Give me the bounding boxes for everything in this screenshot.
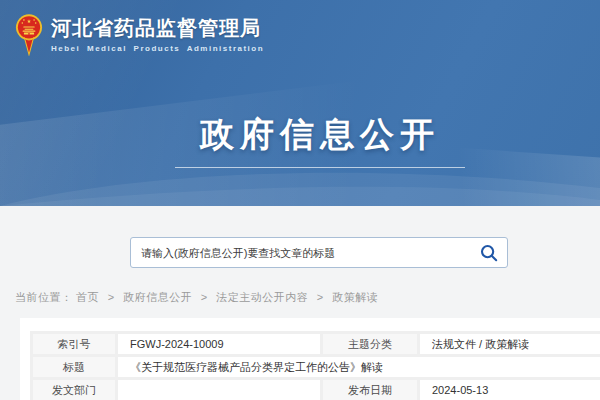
site-logo[interactable]: 河北省药品监督管理局 Hebei Medical Products Admini…	[15, 14, 264, 56]
table-row-index: 索引号 FGWJ-2024-10009 主题分类 法规文件 / 政策解读	[32, 333, 600, 356]
field-value-title: 《关于规范医疗器械产品分类界定工作的公告》解读	[117, 356, 600, 379]
field-value-publish-date: 2024-05-13	[419, 379, 600, 400]
table-row-department: 发文部门 发布日期 2024-05-13	[32, 379, 600, 400]
site-subtitle: Hebei Medical Products Administration	[51, 44, 264, 53]
article-detail-card: 索引号 FGWJ-2024-10009 主题分类 法规文件 / 政策解读 标题 …	[20, 318, 600, 400]
breadcrumb-separator: >	[201, 291, 208, 303]
site-header: 河北省药品监督管理局 Hebei Medical Products Admini…	[0, 0, 600, 206]
detail-table: 索引号 FGWJ-2024-10009 主题分类 法规文件 / 政策解读 标题 …	[30, 331, 600, 400]
field-value-topic-category: 法规文件 / 政策解读	[419, 333, 600, 356]
banner: 政府信息公开	[0, 114, 600, 168]
search-button[interactable]	[471, 238, 507, 267]
search-icon	[479, 243, 499, 263]
table-row-title: 标题 《关于规范医疗器械产品分类界定工作的公告》解读	[32, 356, 600, 379]
breadcrumb-label: 当前位置：	[15, 291, 73, 303]
breadcrumb-separator: >	[317, 291, 324, 303]
search-input[interactable]	[131, 238, 471, 267]
field-label-index-number: 索引号	[32, 333, 117, 356]
field-label-issuing-department: 发文部门	[32, 379, 117, 400]
banner-divider	[175, 167, 465, 168]
breadcrumb-item-gov-info[interactable]: 政府信息公开	[123, 291, 192, 303]
site-title: 河北省药品监督管理局	[51, 17, 264, 40]
page: 河北省药品监督管理局 Hebei Medical Products Admini…	[0, 0, 600, 400]
breadcrumb-item-policy-interpretation[interactable]: 政策解读	[332, 291, 378, 303]
field-label-publish-date: 发布日期	[322, 379, 419, 400]
field-label-title: 标题	[32, 356, 117, 379]
banner-title: 政府信息公开	[0, 114, 600, 154]
search-box	[130, 237, 508, 268]
site-logo-text: 河北省药品监督管理局 Hebei Medical Products Admini…	[51, 17, 264, 53]
breadcrumb: 当前位置： 首页 > 政府信息公开 > 法定主动公开内容 > 政策解读	[15, 290, 378, 305]
field-label-topic-category: 主题分类	[322, 333, 419, 356]
field-value-index-number: FGWJ-2024-10009	[117, 333, 322, 356]
china-national-emblem-icon	[15, 14, 43, 56]
breadcrumb-item-statutory-disclosure[interactable]: 法定主动公开内容	[216, 291, 308, 303]
field-value-issuing-department	[117, 379, 322, 400]
breadcrumb-separator: >	[108, 291, 115, 303]
breadcrumb-item-home[interactable]: 首页	[76, 291, 99, 303]
